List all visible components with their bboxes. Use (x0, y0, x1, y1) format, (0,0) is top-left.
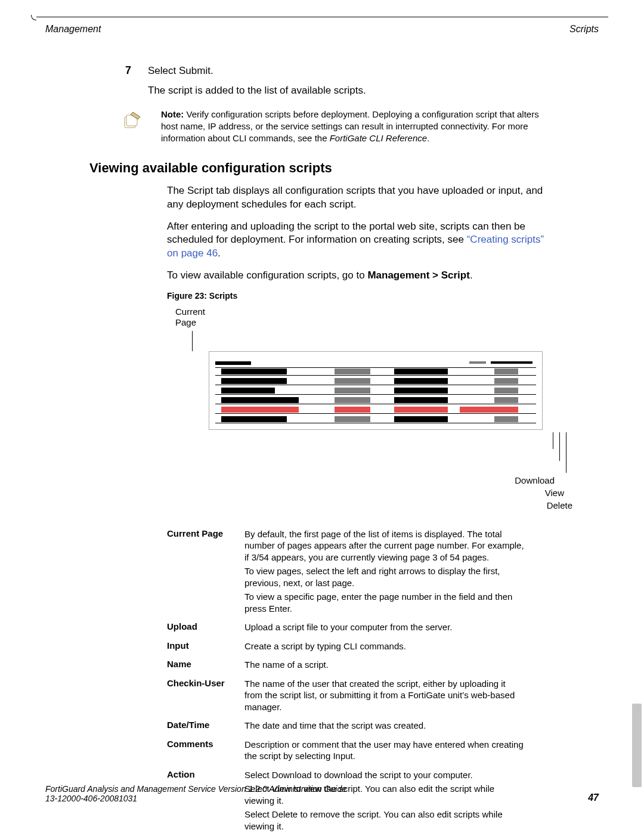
callout-leader-download (553, 432, 553, 449)
callout-download: Download (411, 475, 555, 485)
desc-name: The name of a script. (244, 657, 531, 676)
footer-line1: FortiGuard Analysis and Management Servi… (45, 784, 346, 794)
step-number: 7 (89, 64, 131, 98)
table-row: Name The name of a script. (167, 657, 531, 676)
nav-path: Management > Script (367, 270, 469, 281)
section-heading: Viewing available configuration scripts (89, 160, 555, 176)
paragraph-3c: . (470, 270, 473, 281)
note-text: Note: Verify configuration scripts befor… (161, 109, 555, 145)
term-upload: Upload (167, 619, 244, 638)
step-text-2: The script is added to the list of avail… (148, 84, 555, 98)
callout-view: View (411, 488, 564, 498)
desc-input: Create a script by typing CLI commands. (244, 638, 531, 657)
desc-text: The name of the user that created the sc… (244, 678, 525, 713)
header-rule (36, 17, 608, 17)
paragraph-3: To view available configuration scripts,… (167, 269, 555, 283)
term-checkin-user: Checkin-User (167, 676, 244, 718)
term-name: Name (167, 657, 244, 676)
figure-area: Current Page (167, 306, 555, 510)
desc-text: Create a script by typing CLI commands. (244, 640, 525, 652)
note-icon (113, 109, 150, 145)
table-row: Upload Upload a script file to your comp… (167, 619, 531, 638)
running-head-right: Scripts (569, 24, 599, 35)
callout-leader (192, 331, 193, 351)
paragraph-2: After entering and uploading the script … (167, 220, 555, 261)
step-text-1: Select Submit. (148, 64, 555, 78)
note-tail: . (427, 133, 429, 143)
desc-text: The date and time that the script was cr… (244, 720, 525, 732)
table-row: Current Page By default, the first page … (167, 526, 531, 620)
table-row: Comments Description or comment that the… (167, 736, 531, 767)
desc-date-time: The date and time that the script was cr… (244, 717, 531, 736)
footer-line2: 13-12000-406-20081031 (45, 794, 346, 803)
paragraph-1: The Script tab displays all configuratio… (167, 184, 555, 212)
note-reference: FortiGate CLI Reference (330, 133, 427, 143)
desc-text: The name of a script. (244, 659, 525, 671)
figure-caption: Figure 23: Scripts (167, 291, 555, 301)
paragraph-2b: . (218, 247, 221, 259)
callout-leader-delete (566, 432, 566, 473)
figure-screenshot (209, 351, 543, 430)
desc-text: Select Delete to remove the script. You … (244, 809, 525, 832)
desc-text: Select Download to download the script t… (244, 769, 525, 781)
footer-left: FortiGuard Analysis and Management Servi… (45, 784, 346, 803)
page-number: 47 (588, 792, 599, 803)
callout-delete: Delete (411, 500, 572, 510)
callout-current-page-l2: Page (175, 317, 555, 327)
scrollbar-thumb[interactable] (632, 704, 642, 787)
desc-current-page: By default, the first page of the list o… (244, 526, 531, 620)
desc-checkin-user: The name of the user that created the sc… (244, 676, 531, 718)
term-date-time: Date/Time (167, 717, 244, 736)
callout-leader-view (559, 432, 560, 461)
desc-text: To view a specific page, enter the page … (244, 591, 525, 614)
desc-text: Upload a script file to your computer fr… (244, 621, 525, 633)
desc-text: To view pages, select the left and right… (244, 565, 525, 589)
note-label: Note: (161, 109, 184, 119)
callout-current-page-l1: Current (175, 306, 555, 317)
paragraph-3a: To view available configuration scripts,… (167, 270, 367, 281)
desc-text: By default, the first page of the list o… (244, 528, 525, 563)
running-head-left: Management (45, 24, 101, 35)
desc-comments: Description or comment that the user may… (244, 736, 531, 767)
term-current-page: Current Page (167, 526, 244, 620)
desc-text: Description or comment that the user may… (244, 739, 525, 762)
term-comments: Comments (167, 736, 244, 767)
table-row: Checkin-User The name of the user that c… (167, 676, 531, 718)
term-input: Input (167, 638, 244, 657)
table-row: Date/Time The date and time that the scr… (167, 717, 531, 736)
desc-upload: Upload a script file to your computer fr… (244, 619, 531, 638)
table-row: Input Create a script by typing CLI comm… (167, 638, 531, 657)
